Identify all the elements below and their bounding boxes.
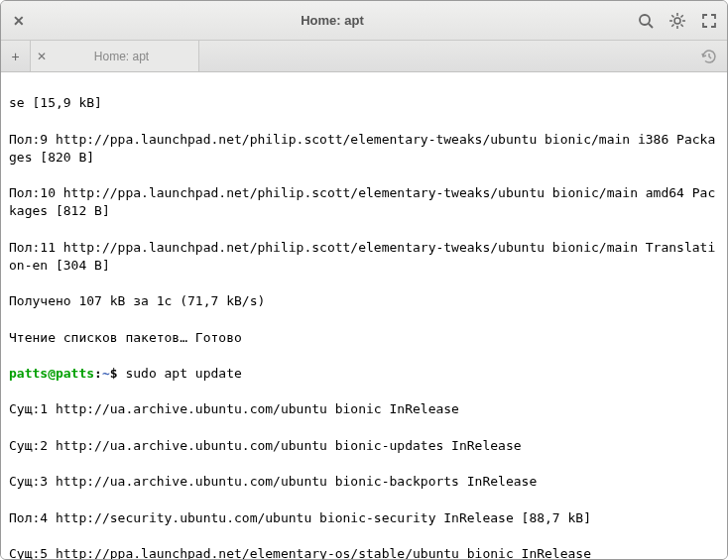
maximize-icon[interactable] (699, 11, 719, 31)
command-text: sudo apt update (125, 366, 241, 381)
terminal-line: Пол:11 http://ppa.launchpad.net/philip.s… (9, 239, 719, 275)
svg-line-1 (649, 24, 653, 28)
prompt-path: ~ (102, 366, 110, 381)
svg-line-8 (681, 24, 683, 26)
prompt-user: patts@patts (9, 366, 94, 381)
close-tab-icon[interactable]: ✕ (37, 50, 47, 63)
terminal-line: Сущ:5 http://ppa.launchpad.net/elementar… (9, 545, 719, 559)
history-icon[interactable] (691, 41, 727, 71)
terminal-output[interactable]: se [15,9 kB] Пол:9 http://ppa.launchpad.… (1, 72, 727, 559)
terminal-line: Сущ:1 http://ua.archive.ubuntu.com/ubunt… (9, 400, 719, 418)
terminal-line: Пол:10 http://ppa.launchpad.net/philip.s… (9, 184, 719, 220)
prompt-line: patts@patts:~$ sudo apt update (9, 365, 719, 383)
svg-line-7 (671, 15, 673, 17)
svg-line-10 (681, 15, 683, 17)
terminal-line: Сущ:3 http://ua.archive.ubuntu.com/ubunt… (9, 473, 719, 491)
titlebar-actions (636, 11, 719, 31)
search-icon[interactable] (636, 11, 656, 31)
tabbar: + ✕ Home: apt (1, 41, 727, 72)
terminal-line: Получено 107 kB за 1с (71,7 kB/s) (9, 292, 719, 310)
window-title: Home: apt (29, 13, 636, 28)
gear-icon[interactable] (667, 11, 687, 31)
titlebar: ✕ Home: apt (1, 1, 727, 41)
close-icon[interactable]: ✕ (9, 11, 29, 31)
tab-label: Home: apt (55, 50, 188, 63)
terminal-line: Пол:4 http://security.ubuntu.com/ubuntu … (9, 509, 719, 527)
svg-point-2 (674, 18, 680, 24)
terminal-line: Чтение списков пакетов… Готово (9, 329, 719, 347)
svg-point-0 (640, 15, 650, 25)
terminal-line: Пол:9 http://ppa.launchpad.net/philip.sc… (9, 131, 719, 167)
prompt-sep: : (94, 366, 102, 381)
terminal-line: Сущ:2 http://ua.archive.ubuntu.com/ubunt… (9, 437, 719, 455)
tabbar-spacer (199, 41, 691, 71)
svg-line-9 (671, 24, 673, 26)
terminal-line: se [15,9 kB] (9, 94, 719, 112)
prompt-dollar: $ (110, 366, 126, 381)
tab-home-apt[interactable]: ✕ Home: apt (31, 41, 199, 71)
new-tab-button[interactable]: + (1, 41, 31, 71)
